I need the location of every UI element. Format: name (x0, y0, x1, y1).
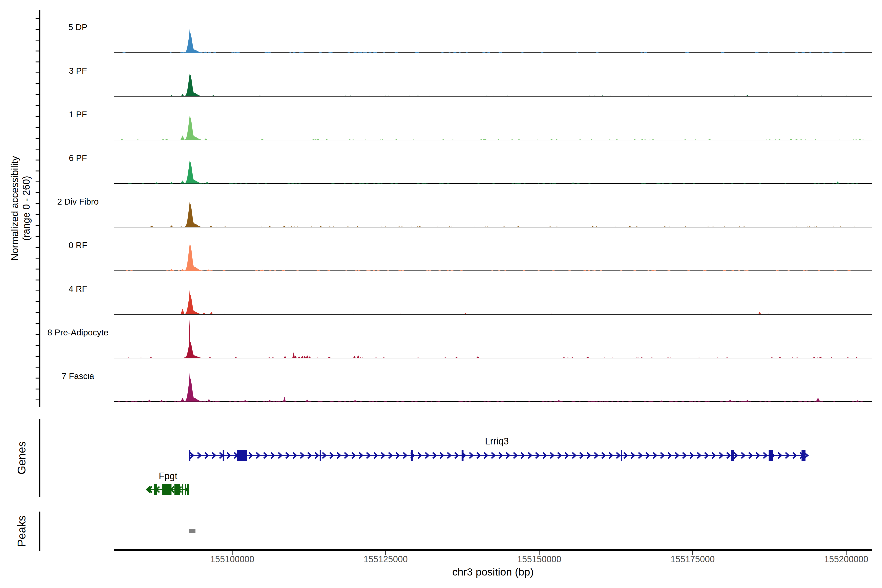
track-label-4rf: 4 RF (69, 284, 87, 294)
track-baseline (114, 358, 872, 358)
gene-label-fpgt: Fpgt (159, 471, 177, 482)
y-axis-tick (36, 182, 39, 183)
gene-exon (188, 484, 189, 495)
gene-exon (462, 450, 464, 461)
x-tick-155200000: 155200000 (824, 554, 868, 564)
gene-exon (154, 484, 157, 495)
genes-section-label: Genes (15, 441, 28, 475)
gene-exon (731, 450, 734, 461)
track-label-0rf: 0 RF (69, 240, 87, 250)
track-baseline (114, 270, 872, 271)
y-axis-tick (36, 258, 39, 259)
x-tick-155100000: 155100000 (210, 554, 254, 564)
y-axis-tick (36, 400, 39, 400)
track-baseline (114, 52, 872, 53)
gene-label-lrriq3: Lrriq3 (485, 436, 508, 447)
gene-exon (320, 450, 321, 461)
figure-canvas (0, 0, 882, 588)
y-axis-tick (36, 29, 39, 30)
y-axis-tick (36, 203, 39, 204)
x-tick-155150000: 155150000 (517, 554, 561, 564)
y-axis-label-line1: Normalized accessibility (9, 156, 20, 261)
gene-exon (187, 484, 188, 495)
y-axis-label: Normalized accessibility (range 0 - 260) (9, 156, 32, 261)
gene-exon (189, 450, 190, 461)
track-label-1pf: 1 PF (69, 110, 87, 119)
gene-exon (237, 450, 247, 461)
y-axis-tick (36, 225, 39, 226)
gene-exon (162, 484, 171, 495)
y-axis-tick (36, 116, 39, 117)
gene-exon (182, 484, 183, 495)
y-axis-tick (36, 291, 39, 291)
y-axis-tick (36, 94, 39, 95)
signal-track-4-rf (114, 290, 872, 314)
track-label-7fascia: 7 Fascia (62, 371, 94, 381)
y-axis-tick (36, 378, 39, 379)
track-baseline (114, 140, 872, 140)
x-tick-155175000: 155175000 (670, 554, 715, 564)
called-peak-box (189, 529, 195, 533)
y-axis-tick (36, 138, 39, 139)
y-axis-tick (36, 356, 39, 357)
y-axis-label-line2: (range 0 - 260) (21, 176, 32, 241)
genome-tracks-figure: Normalized accessibility (range 0 - 260)… (0, 0, 882, 588)
track-label-5dp: 5 DP (68, 22, 87, 32)
y-axis-tick (36, 345, 39, 346)
x-axis-line (114, 549, 872, 551)
signal-track-7-fascia (114, 373, 872, 402)
y-axis-tick (36, 72, 39, 74)
y-axis-tick (36, 51, 39, 52)
tracks-axis-bracket (39, 10, 40, 407)
gene-exon (621, 450, 622, 461)
y-axis-tick (36, 312, 39, 314)
track-label-8preadipocyte: 8 Pre-Adipocyte (47, 328, 108, 338)
gene-exon (769, 450, 773, 461)
signal-track-0-rf (114, 244, 872, 271)
gene-exon (802, 450, 806, 461)
y-axis-tick (36, 160, 39, 161)
signal-track-8-pre-adipocyte (114, 320, 872, 358)
y-axis-tick (36, 18, 39, 19)
y-axis-tick (36, 214, 39, 215)
y-axis-tick (36, 247, 39, 248)
y-axis-tick (36, 279, 39, 280)
gene-exon (185, 484, 186, 495)
track-baseline (114, 401, 872, 402)
gene-exon (223, 450, 224, 461)
y-axis-tick (36, 127, 39, 128)
x-tick-155125000: 155125000 (364, 554, 408, 564)
y-axis-tick (36, 40, 39, 40)
signal-track-6-pf (114, 160, 872, 183)
y-axis-tick (36, 149, 39, 150)
track-label-3pf: 3 PF (69, 66, 87, 76)
gene-exon (411, 450, 413, 461)
y-axis-tick (36, 171, 39, 171)
track-label-2divfibro: 2 Div Fibro (57, 197, 99, 207)
signal-track-2-div-fibro (114, 201, 872, 227)
signal-track-5-dp (114, 29, 872, 52)
x-axis-title: chr3 position (bp) (452, 566, 534, 578)
y-axis-tick (36, 62, 39, 63)
y-axis-tick (36, 83, 39, 84)
y-axis-tick (36, 302, 39, 302)
peaks-section-label: Peaks (15, 516, 28, 547)
y-axis-tick (36, 192, 39, 193)
y-axis-tick (36, 236, 39, 237)
y-axis-tick (36, 334, 39, 335)
y-axis-tick (36, 388, 39, 390)
genes-bracket (39, 419, 40, 497)
signal-track-1-pf (114, 116, 872, 140)
y-axis-tick (36, 367, 39, 368)
y-axis-tick (36, 269, 39, 270)
signal-track-3-pf (114, 74, 872, 96)
track-label-6pf: 6 PF (69, 153, 87, 163)
y-axis-tick (36, 105, 39, 106)
y-axis-tick (36, 323, 39, 324)
peaks-bracket (39, 512, 40, 551)
gene-exon (174, 484, 180, 495)
